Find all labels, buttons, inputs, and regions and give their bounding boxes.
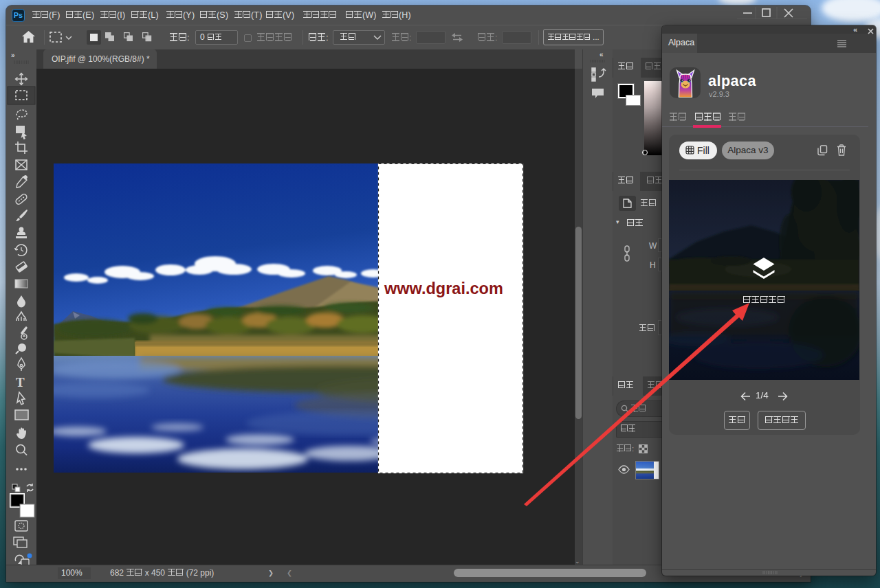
svg-text:T: T bbox=[16, 375, 25, 389]
svg-text:»: » bbox=[11, 52, 15, 59]
